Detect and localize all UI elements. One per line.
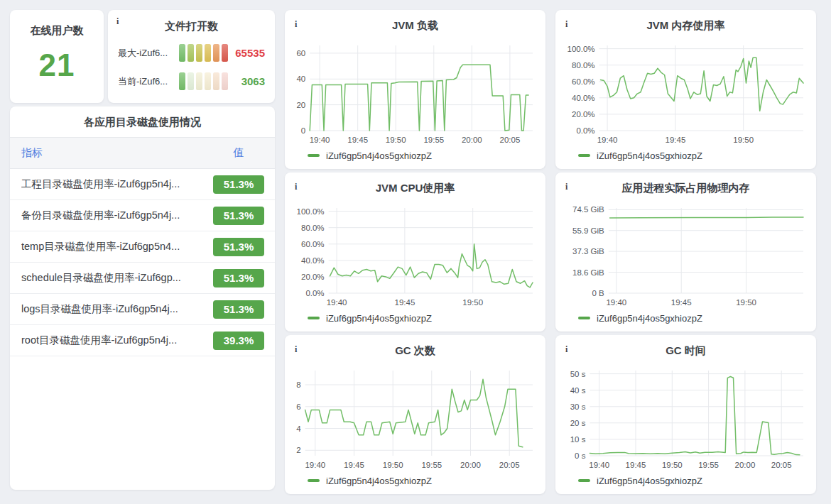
x-axis-tick-label: 19:40 — [310, 136, 330, 144]
y-axis-tick-label: 100.0% — [567, 45, 595, 53]
chart-title[interactable]: JVM 负载 — [293, 17, 537, 33]
chart-title[interactable]: 应用进程实际占用物理内存 — [564, 180, 808, 195]
y-axis-tick-label: 40.0% — [301, 256, 325, 265]
legend-label[interactable]: iZuf6gp5n4j4os5gxhiozpZ — [597, 150, 702, 161]
metric-cell: 工程目录磁盘使用率-iZuf6gp5n4j... — [21, 177, 213, 191]
legend-label[interactable]: iZuf6gp5n4j4os5gxhiozpZ — [597, 476, 702, 486]
x-axis-tick-label: 19:45 — [344, 461, 364, 469]
disk-table-title: 各应用目录磁盘使用情况 — [10, 106, 275, 138]
y-axis-tick-label: 80.0% — [301, 224, 325, 232]
series-line — [590, 377, 800, 455]
x-axis-tick-label: 19:50 — [662, 461, 683, 469]
chart-title[interactable]: GC 次数 — [293, 342, 537, 358]
x-axis-tick-label: 20:00 — [460, 461, 481, 469]
dashboard: 在线用户数 21 i 文件打开数 最大-iZuf6... 65535 当前-iZ… — [0, 0, 831, 504]
x-axis-tick-label: 19:40 — [606, 298, 626, 307]
chart-header: i JVM CPU使用率 — [293, 180, 537, 202]
chart-header: i 应用进程实际占用物理内存 — [564, 180, 808, 202]
chart-title[interactable]: GC 时间 — [564, 342, 808, 358]
info-icon[interactable]: i — [295, 20, 297, 28]
chart-canvas: 19:4019:4519:5019:5520:0020:050204060 — [293, 40, 537, 146]
x-axis-tick-label: 19:40 — [305, 461, 325, 469]
y-axis-tick-label: 0 — [301, 126, 305, 135]
gauge-row-max: 最大-iZuf6... 65535 — [118, 44, 265, 62]
panel-online-users: 在线用户数 21 — [10, 10, 104, 103]
chart-legend: iZuf6gp5n4j4os5gxhiozpZ — [293, 473, 537, 488]
gauge-row-current: 当前-iZuf6... 3063 — [118, 72, 265, 90]
x-axis-tick-label: 20:00 — [462, 136, 482, 144]
x-axis-tick-label: 19:45 — [395, 298, 416, 307]
panel-disk-usage-table: 各应用目录磁盘使用情况 指标 值 工程目录磁盘使用率-iZuf6gp5n4j..… — [10, 106, 275, 490]
series-line — [601, 57, 804, 111]
x-axis-tick-label: 19:40 — [589, 461, 609, 469]
x-axis-tick-label: 19:45 — [671, 298, 692, 307]
chart-title[interactable]: JVM 内存使用率 — [564, 17, 808, 33]
table-row: 工程目录磁盘使用率-iZuf6gp5n4j... 51.3% — [10, 169, 275, 200]
x-axis-tick-label: 20:05 — [500, 136, 521, 144]
x-axis-tick-label: 19:45 — [347, 136, 368, 144]
online-users-value: 21 — [10, 48, 104, 83]
chart-header: i JVM 内存使用率 — [564, 17, 808, 40]
y-axis-tick-label: 55.9 GiB — [572, 226, 604, 235]
y-axis-tick-label: 100.0% — [297, 207, 325, 216]
info-icon[interactable]: i — [295, 345, 297, 354]
y-axis-tick-label: 40 — [296, 75, 305, 83]
info-icon[interactable]: i — [295, 182, 297, 191]
legend-swatch — [578, 479, 590, 482]
metric-cell: root目录磁盘使用率-iZuf6gp5n4j... — [21, 334, 213, 347]
info-icon[interactable]: i — [116, 17, 119, 26]
info-icon[interactable]: i — [565, 345, 567, 354]
column-header-value[interactable]: 值 — [213, 146, 264, 160]
y-axis-tick-label: 80.0% — [572, 61, 595, 70]
chart-legend: iZuf6gp5n4j4os5gxhiozpZ — [293, 148, 537, 163]
panel-file-open-count: i 文件打开数 最大-iZuf6... 65535 当前-iZuf6... 30… — [108, 10, 275, 103]
chart-canvas: 19:4019:4519:5019:5520:0020:052468 — [293, 365, 537, 471]
y-axis-tick-label: 0.0% — [305, 289, 324, 297]
y-axis-tick-label: 18.6 GiB — [572, 268, 604, 277]
y-axis-tick-label: 40.0% — [572, 94, 595, 102]
legend-label[interactable]: iZuf6gp5n4j4os5gxhiozpZ — [326, 476, 432, 486]
y-axis-tick-label: 74.5 GiB — [572, 205, 604, 214]
table-row: logs目录磁盘使用率-iZuf6gp5n4j... 51.3% — [10, 294, 275, 325]
x-axis-tick-label: 19:55 — [421, 461, 442, 469]
online-users-title: 在线用户数 — [10, 24, 104, 38]
gauge-cell — [213, 44, 219, 62]
left-column: 在线用户数 21 i 文件打开数 最大-iZuf6... 65535 当前-iZ… — [10, 10, 275, 494]
chart-legend: iZuf6gp5n4j4os5gxhiozpZ — [293, 311, 537, 325]
x-axis-tick-label: 19:50 — [386, 136, 406, 144]
file-open-title: 文件打开数 — [118, 20, 265, 33]
gauge-cell — [179, 44, 185, 62]
y-axis-tick-label: 30 s — [570, 402, 586, 411]
bar-gauge — [179, 72, 228, 90]
gauge-label: 最大-iZuf6... — [118, 47, 178, 60]
chart-canvas: 19:4019:4519:5019:5520:0020:050 s10 s20 … — [564, 365, 808, 471]
y-axis-tick-label: 0.0% — [576, 126, 594, 135]
y-axis-tick-label: 6 — [296, 402, 300, 411]
panel-gc-count: i GC 次数 19:4019:4519:5019:5520:0020:0524… — [285, 335, 545, 494]
x-axis-tick-label: 19:40 — [327, 298, 347, 307]
value-badge: 39.3% — [213, 332, 264, 350]
chart-legend: iZuf6gp5n4j4os5gxhiozpZ — [564, 311, 808, 325]
column-header-metric[interactable]: 指标 — [21, 146, 213, 160]
gauge-cell — [213, 72, 219, 90]
value-badge: 51.3% — [213, 207, 264, 225]
gauge-cell — [188, 44, 194, 62]
legend-label[interactable]: iZuf6gp5n4j4os5gxhiozpZ — [326, 150, 432, 161]
metric-cell: schedule目录磁盘使用率-iZuf6gp... — [21, 271, 213, 285]
chart-title[interactable]: JVM CPU使用率 — [293, 180, 537, 195]
legend-label[interactable]: iZuf6gp5n4j4os5gxhiozpZ — [326, 313, 432, 324]
y-axis-tick-label: 20 s — [570, 419, 586, 427]
right-column: i JVM 内存使用率 19:4019:4519:500.0%20.0%40.0… — [555, 10, 816, 494]
metric-cell: 备份目录磁盘使用率-iZuf6gp5n4j... — [21, 209, 213, 222]
legend-label[interactable]: iZuf6gp5n4j4os5gxhiozpZ — [597, 313, 702, 324]
value-badge: 51.3% — [213, 269, 264, 287]
info-icon[interactable]: i — [565, 20, 567, 28]
y-axis-tick-label: 10 s — [570, 435, 586, 444]
value-badge: 51.3% — [213, 300, 264, 319]
table-row: root目录磁盘使用率-iZuf6gp5n4j... 39.3% — [10, 325, 275, 356]
info-icon[interactable]: i — [565, 182, 567, 191]
y-axis-tick-label: 20 — [296, 101, 305, 109]
chart-canvas: 19:4019:4519:500.0%20.0%40.0%60.0%80.0%1… — [293, 202, 537, 309]
table-row: temp目录磁盘使用率-iZuf6gp5n4... 51.3% — [10, 231, 275, 263]
gauge-cell — [196, 44, 202, 62]
